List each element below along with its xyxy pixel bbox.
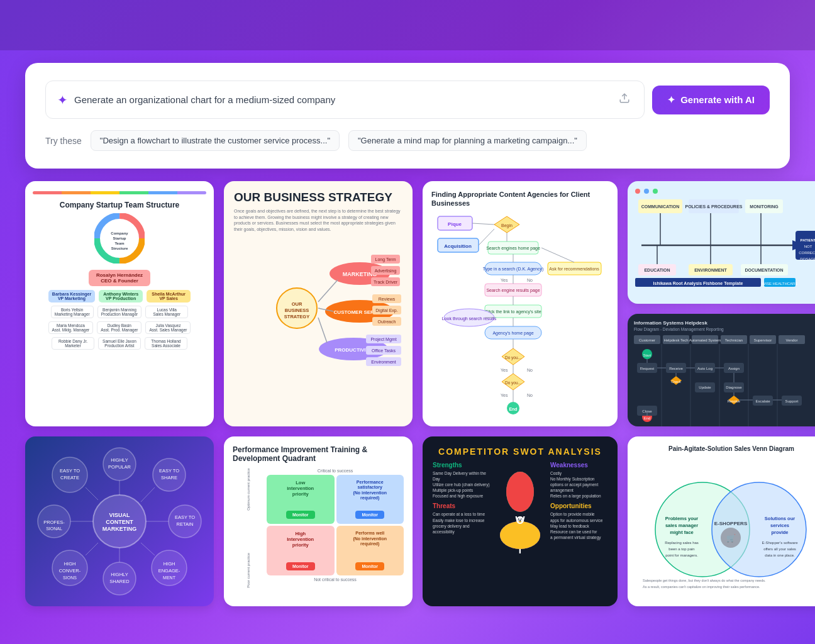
svg-text:As a result, companies can't c: As a result, companies can't capitalize … (643, 585, 760, 589)
swot-card: COMPETITOR SWOT ANALYSIS Strengths Same … (423, 436, 618, 606)
svg-line-175 (86, 487, 98, 500)
svg-text:HIGH: HIGH (164, 561, 175, 567)
svg-text:HIGH: HIGH (64, 561, 76, 567)
svg-text:Reviews: Reviews (379, 297, 396, 301)
search-input[interactable]: Generate an organizational chart for a m… (74, 94, 610, 105)
sparkle-icon: ✦ (57, 92, 68, 108)
svg-line-183 (141, 487, 155, 502)
svg-line-47 (472, 223, 494, 225)
svg-text:Request: Request (640, 367, 655, 370)
svg-text:NOT: NOT (804, 245, 812, 248)
svg-text:COMMUNICATION: COMMUNICATION (641, 204, 680, 209)
svg-text:Supervisor: Supervisor (754, 338, 772, 342)
svg-text:O: O (516, 515, 524, 526)
venn-card: Pain-Agitate-Solution Sales Venn Diagram… (628, 436, 815, 606)
fishbone-card: COMMUNICATION POLICIES & PROCEDURES MONI… (628, 181, 815, 304)
svg-text:🛒: 🛒 (726, 533, 736, 543)
svg-text:CONTENT: CONTENT (106, 519, 133, 525)
svg-text:POLICIES & PROCEDURES: POLICIES & PROCEDURES (685, 204, 742, 209)
svg-text:Do you...: Do you... (505, 380, 521, 386)
svg-text:End: End (644, 416, 651, 420)
svg-text:Structure: Structure (111, 247, 128, 250)
search-input-wrapper[interactable]: ✦ Generate an organizational chart for a… (45, 80, 645, 119)
svg-text:Replacing sales has: Replacing sales has (665, 541, 699, 545)
svg-text:CONVER-: CONVER- (59, 568, 81, 574)
ceo-box: Rosalyn Hernández CEO & Founder (89, 270, 150, 286)
svg-text:POPULAR: POPULAR (108, 464, 131, 470)
swot-petals-svg: S W T O (495, 468, 545, 575)
org-chart-title: Company Startup Team Structure (60, 201, 179, 209)
biz-title: OUR BUSINESS STRATEGY (234, 191, 402, 204)
svg-text:might face: might face (670, 530, 694, 535)
svg-text:DOCUMENTATION: DOCUMENTATION (745, 268, 783, 272)
svg-text:Pique: Pique (448, 221, 462, 227)
helpdesk-subtitle: Flow Diagram - Deviation Management Repo… (634, 327, 815, 331)
svg-text:HIGHLY: HIGHLY (111, 457, 128, 463)
performance-card: Performance Improvement Training & Devel… (224, 436, 413, 606)
svg-text:Resolve: Resolve (728, 399, 740, 403)
svg-text:BUSINESS: BUSINESS (285, 308, 309, 313)
svg-text:E-Shopper's software: E-Shopper's software (762, 541, 798, 545)
svg-text:EASY TO: EASY TO (159, 468, 179, 474)
business-strategy-card: OUR BUSINESS STRATEGY Once goals and obj… (224, 181, 413, 426)
svg-text:Assign: Assign (728, 367, 740, 370)
svg-text:Technician: Technician (725, 338, 743, 342)
helpdesk-title: Information Systems Helpdesk (634, 320, 815, 326)
svg-text:Solutions our: Solutions our (765, 516, 795, 521)
svg-text:CORRECT: CORRECT (799, 251, 815, 255)
fishbone-svg: COMMUNICATION POLICIES & PROCEDURES MONI… (635, 196, 815, 294)
svg-text:Long Term: Long Term (375, 257, 396, 262)
svg-text:PROFES-: PROFES- (43, 519, 65, 525)
svg-text:Office Tasks: Office Tasks (372, 348, 396, 353)
svg-text:End: End (509, 407, 517, 411)
svg-text:Ishikawa Root Analysis Fishbon: Ishikawa Root Analysis Fishbone Template (653, 281, 743, 286)
svg-text:Search engine results page: Search engine results page (486, 288, 540, 293)
svg-text:Receive: Receive (669, 367, 683, 370)
suggestion-chip-1[interactable]: "Design a flowchart to illustrate the cu… (91, 130, 340, 151)
venn-svg: Problems your sales manager might face R… (636, 457, 815, 592)
svg-text:SIONAL: SIONAL (46, 526, 62, 531)
biz-desc: Once goals and objectives are defined, t… (234, 208, 402, 233)
svg-text:SIONS: SIONS (63, 575, 77, 580)
svg-text:WISE HEALTHCARE: WISE HEALTHCARE (762, 282, 798, 286)
svg-text:CREATE: CREATE (60, 475, 79, 480)
svg-text:Ask for recommendations: Ask for recommendations (549, 267, 599, 271)
generate-label: Generate with AI (680, 94, 755, 105)
svg-text:Auto Log: Auto Log (697, 367, 712, 370)
svg-text:Escalate: Escalate (755, 399, 770, 403)
svg-text:point for managers.: point for managers. (665, 553, 698, 557)
mindmap-card: VISUAL CONTENT MARKETING EASY TO CREATE … (25, 436, 214, 606)
svg-text:MONITORING: MONITORING (750, 204, 779, 209)
svg-text:SHARED: SHARED (109, 579, 130, 584)
helpdesk-card: Information Systems Helpdesk Flow Diagra… (628, 314, 815, 426)
svg-text:E-SHOPPERS: E-SHOPPERS (714, 521, 748, 526)
svg-text:Start: Start (643, 353, 651, 357)
svg-text:sales manager: sales manager (665, 523, 698, 528)
generate-button[interactable]: ✦ Generate with AI (652, 86, 770, 114)
svg-text:offers all your sales: offers all your sales (763, 547, 796, 551)
flow-title: Finding Appropriate Content Agencies for… (431, 190, 609, 208)
svg-text:No: No (527, 393, 533, 397)
upload-button[interactable] (616, 90, 633, 109)
biz-mindmap-svg: MARKETING Long Term Advertising Track Dr… (234, 239, 402, 377)
helpdesk-svg: Customer Helpdesk Tech Automated System … (634, 335, 815, 426)
svg-line-30 (318, 318, 327, 343)
search-bar: ✦ Generate an organizational chart for a… (45, 80, 770, 119)
svg-text:EASY TO: EASY TO (175, 514, 195, 520)
svg-text:Look through search results: Look through search results (442, 316, 497, 321)
svg-text:Search engines home page: Search engines home page (486, 246, 540, 251)
svg-text:Salespeople get things done, b: Salespeople get things done, but they do… (643, 579, 766, 582)
svg-text:Agency's home page: Agency's home page (492, 331, 533, 336)
main-container: ✦ Generate an organizational chart for a… (0, 50, 815, 619)
svg-text:Project Mgmt: Project Mgmt (370, 337, 396, 342)
svg-text:No: No (527, 278, 533, 282)
try-these-label: Try these (45, 136, 82, 146)
svg-text:No: No (527, 368, 533, 372)
svg-text:Type in a search (D.K. Agency): Type in a search (D.K. Agency) (483, 267, 544, 272)
svg-text:Do you...: Do you... (505, 355, 521, 360)
search-section: ✦ Generate an organizational chart for a… (25, 63, 790, 169)
svg-line-12 (318, 280, 338, 302)
svg-text:Startup: Startup (113, 236, 126, 240)
svg-text:Customer: Customer (639, 338, 655, 342)
suggestion-chip-2[interactable]: "Generate a mind map for planning a mark… (348, 130, 587, 151)
